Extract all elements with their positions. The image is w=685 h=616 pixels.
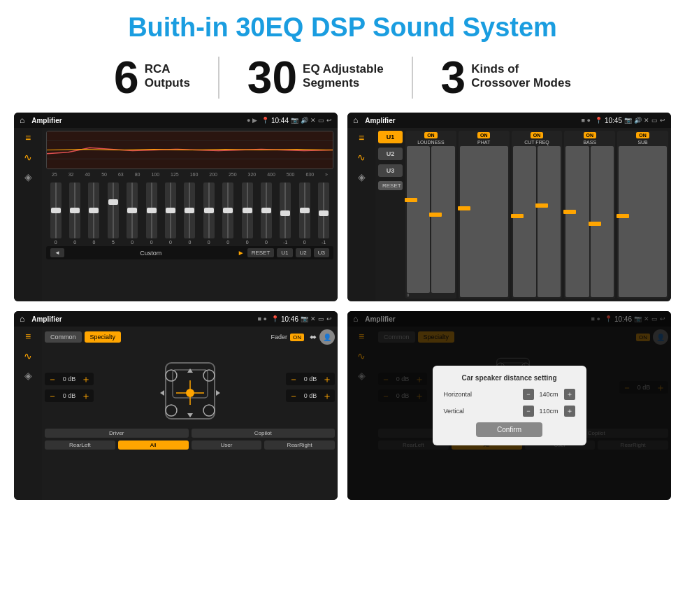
eq-play-btn[interactable]: ► <box>238 249 245 257</box>
sidebar-1: ≡ ∿ ◈ <box>14 128 42 301</box>
freq-250: 250 <box>229 172 237 177</box>
eq-u2-btn[interactable]: U2 <box>296 248 311 257</box>
speaker-icon-2[interactable]: ◈ <box>358 171 366 182</box>
vol-rr-plus[interactable]: ＋ <box>322 391 332 401</box>
vol-rr-minus[interactable]: － <box>289 391 298 401</box>
vertical-value: 110cm <box>537 408 561 415</box>
bass-slider-r[interactable] <box>591 146 614 297</box>
btn-rearleft[interactable]: RearLeft <box>45 440 115 450</box>
cutfreq-slider-r[interactable] <box>538 146 561 297</box>
wave-icon-2[interactable]: ∿ <box>357 152 366 163</box>
channel-sub: ON SUB <box>617 131 668 299</box>
stats-row: 6 RCA Outputs 30 EQ Adjustable Segments … <box>0 50 685 108</box>
loudness-on-badge: ON <box>424 132 438 138</box>
back-icon-3[interactable]: ↩ <box>326 315 332 322</box>
tab-common-3[interactable]: Common <box>45 331 82 343</box>
vol-fl-plus[interactable]: ＋ <box>81 374 91 384</box>
rect-icon-2: ▭ <box>651 117 658 124</box>
eq-prev-btn[interactable]: ◄ <box>50 248 64 257</box>
vol-fr: － 0 dB ＋ <box>286 373 335 385</box>
eq-reset-btn[interactable]: RESET <box>247 248 275 257</box>
home-icon-3[interactable]: ⌂ <box>20 314 24 324</box>
freq-25: 25 <box>52 172 57 177</box>
vol-rr: － 0 dB ＋ <box>286 389 335 402</box>
horizontal-plus-btn[interactable]: ＋ <box>564 389 575 400</box>
location-icon-2: 📍 <box>595 117 603 124</box>
vol-fr-minus[interactable]: － <box>289 374 298 384</box>
x-icon-2: ✕ <box>644 117 649 124</box>
eq-icon-1[interactable]: ≡ <box>25 132 31 143</box>
eq-slider-11: 0 <box>261 182 272 245</box>
btn-all[interactable]: All <box>118 440 189 450</box>
dialog-horizontal-row: Horizontal － 140cm ＋ <box>444 389 575 400</box>
channel-cutfreq: ON CUT FREQ <box>512 131 563 299</box>
loudness-slider-r[interactable] <box>431 146 454 293</box>
stat-crossover-text1: Kinds of <box>471 62 571 76</box>
freq-200: 200 <box>209 172 217 177</box>
cutfreq-label: CUT FREQ <box>524 140 549 145</box>
svg-point-9 <box>203 405 215 416</box>
vertical-plus-btn[interactable]: ＋ <box>564 406 575 417</box>
speaker-icon-1[interactable]: ◈ <box>24 171 32 182</box>
loudness-slider-l[interactable] <box>407 146 430 293</box>
eq-icon-3[interactable]: ≡ <box>25 331 31 342</box>
preset-u3[interactable]: U3 <box>378 164 403 177</box>
freq-more[interactable]: » <box>325 172 328 177</box>
home-icon-1[interactable]: ⌂ <box>20 115 24 125</box>
status-icons-1: 📍 10:44 📷 🔊 ✕ ▭ ↩ <box>261 117 332 124</box>
vol-rl-plus[interactable]: ＋ <box>81 391 91 401</box>
location-icon-3: 📍 <box>271 315 279 322</box>
tab-specialty-3[interactable]: Specialty <box>85 331 122 343</box>
rect-icon-1: ▭ <box>318 117 324 124</box>
vol-fr-plus[interactable]: ＋ <box>322 374 332 384</box>
btn-rearright[interactable]: RearRight <box>264 440 335 450</box>
preset-u2[interactable]: U2 <box>378 148 403 160</box>
stat-rca: 6 RCA Outputs <box>86 55 218 100</box>
stat-crossover: 3 Kinds of Crossover Modes <box>413 55 599 100</box>
vol-fl-minus[interactable]: － <box>48 374 57 384</box>
confirm-button[interactable]: Confirm <box>476 422 542 437</box>
vol-rl-minus[interactable]: － <box>48 391 57 401</box>
eq-icon-2[interactable]: ≡ <box>359 132 364 143</box>
amp-reset-btn[interactable]: RESET <box>378 181 403 190</box>
volume-icon-2: 🔊 <box>634 117 642 124</box>
eq-preset-name: Custom <box>67 250 235 257</box>
bass-slider-l[interactable] <box>565 146 589 297</box>
amp-main: U1 U2 U3 RESET ON LOUDNESS <box>375 128 671 301</box>
vol-fr-value: 0 dB <box>301 375 320 382</box>
cutfreq-slider-l[interactable] <box>513 146 536 297</box>
sub-label: SUB <box>637 140 647 145</box>
phat-slider[interactable] <box>460 146 508 297</box>
eq-u3-btn[interactable]: U3 <box>314 248 329 257</box>
stat-eq-text2: Segments <box>303 76 384 90</box>
stat-eq-number: 30 <box>247 55 297 100</box>
dialog-vertical-stepper: － 110cm ＋ <box>523 406 575 417</box>
vertical-minus-btn[interactable]: － <box>523 406 534 417</box>
app-name-1: Amplifier <box>31 117 243 124</box>
svg-point-6 <box>166 370 177 381</box>
eq-slider-2: 0 <box>88 182 99 245</box>
phat-label: PHAT <box>477 140 490 145</box>
vol-rl-value: 0 dB <box>59 392 79 399</box>
wave-icon-1[interactable]: ∿ <box>24 152 32 163</box>
freq-32: 32 <box>68 172 74 177</box>
horizontal-minus-btn[interactable]: － <box>523 389 534 400</box>
home-icon-2[interactable]: ⌂ <box>353 115 358 125</box>
time-1: 10:44 <box>271 117 289 124</box>
btn-user[interactable]: User <box>192 440 262 450</box>
eq-controls: ◄ Custom ► RESET U1 U2 U3 <box>46 246 333 259</box>
freq-400: 400 <box>267 172 275 177</box>
dialog-horizontal-stepper: － 140cm ＋ <box>523 389 575 400</box>
fader-slider-icon[interactable]: ⬌ <box>310 332 317 342</box>
eq-u1-btn[interactable]: U1 <box>277 248 292 257</box>
wave-icon-3[interactable]: ∿ <box>24 350 32 361</box>
freq-160: 160 <box>190 172 199 177</box>
x-icon-1: ✕ <box>310 117 316 124</box>
preset-u1[interactable]: U1 <box>378 131 403 143</box>
speaker-icon-3[interactable]: ◈ <box>24 370 32 381</box>
vol-fl: － 0 dB ＋ <box>45 373 94 385</box>
back-icon-1[interactable]: ↩ <box>326 117 332 124</box>
status-icons-2: 📍 10:45 📷 🔊 ✕ ▭ ↩ <box>595 117 665 124</box>
back-icon-2[interactable]: ↩ <box>660 117 665 124</box>
sub-slider[interactable] <box>619 146 667 297</box>
